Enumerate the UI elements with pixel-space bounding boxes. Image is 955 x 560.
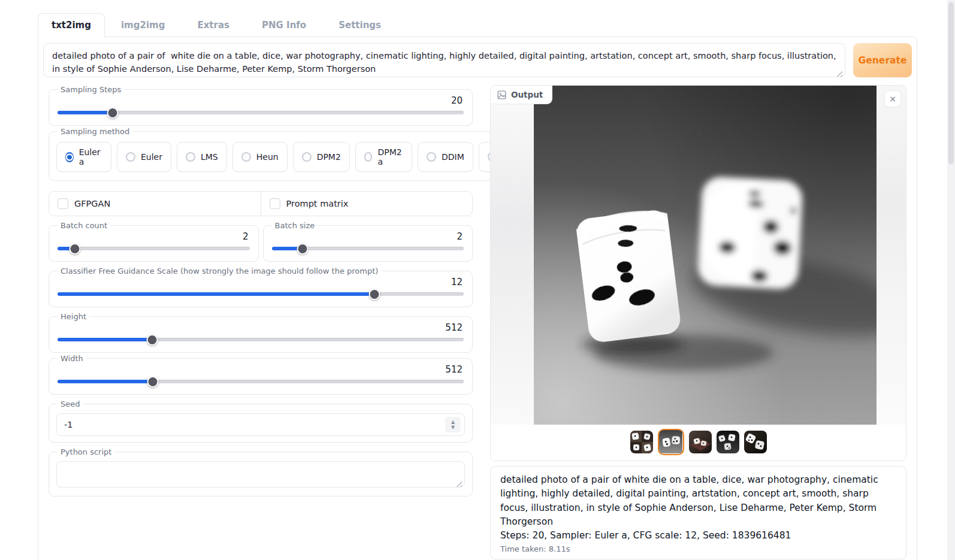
radio-euler-a[interactable]: Euler a [56,142,111,172]
batch-size-value: 2 [271,231,466,242]
image-blur-fill-right [877,86,906,425]
scrollbar-thumb[interactable] [948,2,954,164]
toggle-row: GFPGAN Prompt matrix [49,191,473,216]
checkbox-icon [58,198,68,209]
batch-size-group: Batch size 2 [263,221,473,262]
prompt-row: detailed photo of a pair of white die on… [43,43,912,80]
gallery-thumbnail-4[interactable] [717,431,739,453]
width-value: 512 [56,364,465,375]
radio-lms[interactable]: LMS [177,142,227,172]
result-generation-params: Steps: 20, Sampler: Euler a, CFG scale: … [500,529,896,543]
height-group: Height 512 [49,312,473,353]
radio-icon [427,152,436,162]
cfg-scale-value: 12 [56,277,465,287]
prompt-input[interactable]: detailed photo of a pair of white die on… [43,43,845,77]
radio-label: LMS [201,152,218,162]
radio-label: Heun [256,152,279,162]
image-blur-fill-left [491,86,534,425]
python-script-group: Python script [49,447,473,497]
spinner-up-icon[interactable]: ▲ [451,420,455,425]
radio-ddim[interactable]: DDIM [418,142,473,172]
number-spinner[interactable]: ▲▼ [445,417,461,432]
radio-icon [126,152,135,162]
radio-icon [186,152,195,162]
seed-input[interactable] [57,414,442,435]
sampling-steps-label: Sampling Steps [58,85,124,94]
tab-img2img[interactable]: img2img [105,14,181,37]
tab-settings[interactable]: Settings [322,14,397,37]
gallery-thumbnail-2-selected[interactable] [658,429,684,455]
radio-label: DPM2 [317,152,341,162]
radio-heun[interactable]: Heun [232,142,288,172]
gallery-thumbnail-3[interactable] [689,431,712,453]
radio-icon [302,152,312,162]
radio-selected-icon [65,152,74,162]
gallery-thumbnail-5[interactable] [744,431,767,453]
python-script-input[interactable] [56,461,465,488]
seed-label: Seed [58,399,83,408]
result-info-panel: detailed photo of a pair of white die on… [490,466,906,559]
height-slider[interactable] [58,334,464,345]
prompt-matrix-label: Prompt matrix [286,199,349,208]
gfpgan-label: GFPGAN [74,199,110,208]
gfpgan-checkbox[interactable]: GFPGAN [49,192,261,216]
width-group: Width 512 [49,354,473,395]
batch-count-slider[interactable] [58,243,250,254]
sampling-method-options: Euler a Euler LMS Heun DPM2 DPM2 a DDIM … [56,138,534,174]
close-icon[interactable]: × [885,91,900,107]
app-window: txt2img img2img Extras PNG Info Settings… [38,13,917,560]
batch-size-slider[interactable] [272,243,464,254]
radio-icon [241,152,251,162]
output-panel: Output × [490,85,906,461]
radio-euler[interactable]: Euler [117,142,171,172]
sampling-steps-group: Sampling Steps 20 [49,85,473,126]
result-prompt-text: detailed photo of a pair of white die on… [500,473,896,529]
seed-group: Seed ▲▼ [49,399,473,443]
generated-image-area [491,86,906,425]
generate-button[interactable]: Generate [853,43,912,77]
tab-txt2img[interactable]: txt2img [38,13,105,37]
radio-dpm2-a[interactable]: DPM2 a [355,142,412,172]
prompt-matrix-checkbox[interactable]: Prompt matrix [261,192,473,216]
output-column: Output × [490,85,906,559]
sampling-method-label: Sampling method [58,127,132,136]
main-card: detailed photo of a pair of white die on… [38,37,917,560]
height-label: Height [58,312,89,321]
python-script-label: Python script [58,447,114,456]
gallery-thumbnail-1[interactable] [630,431,653,453]
sampling-steps-slider[interactable] [58,107,464,118]
radio-label: DDIM [442,152,464,162]
radio-label: DPM2 a [377,147,403,167]
tab-bar: txt2img img2img Extras PNG Info Settings [38,13,917,37]
radio-icon [364,152,373,162]
tab-png-info[interactable]: PNG Info [246,14,322,37]
width-label: Width [58,354,86,363]
batch-count-value: 2 [56,231,251,242]
batch-count-label: Batch count [58,221,110,230]
cfg-scale-slider[interactable] [58,289,464,299]
height-value: 512 [56,322,465,333]
sampling-method-group: Sampling method Euler a Euler LMS Heun D… [49,127,542,181]
radio-dpm2[interactable]: DPM2 [293,142,350,172]
checkbox-icon [270,198,280,209]
page-scrollbar[interactable] [947,0,955,560]
spinner-down-icon[interactable]: ▼ [451,425,455,430]
sampling-steps-value: 20 [56,95,465,106]
settings-column: Sampling Steps 20 Sampling method Euler … [49,85,473,559]
image-icon [497,90,506,99]
radio-label: Euler [141,152,162,162]
cfg-scale-label: Classifier Free Guidance Scale (how stro… [58,267,381,276]
generated-image[interactable] [534,86,877,425]
batch-size-label: Batch size [272,221,318,230]
gallery-thumbnails [491,425,906,461]
width-slider[interactable] [58,376,464,387]
radio-label: Euler a [79,147,102,167]
output-panel-header: Output [491,86,552,104]
cfg-scale-group: Classifier Free Guidance Scale (how stro… [49,267,473,307]
tab-extras[interactable]: Extras [181,14,246,37]
result-time-taken: Time taken: 8.11s [500,544,896,553]
batch-count-group: Batch count 2 [49,221,259,262]
output-panel-label: Output [511,90,543,99]
